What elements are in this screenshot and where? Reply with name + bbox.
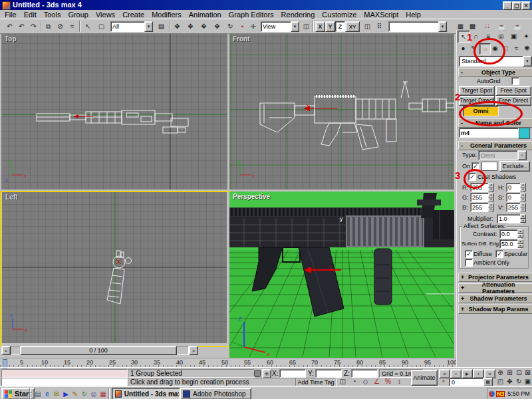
mail-icon[interactable]: ✉ bbox=[52, 389, 61, 398]
select-and-move-icon[interactable]: ✥ bbox=[198, 21, 209, 32]
select-object-icon[interactable]: ↖ bbox=[82, 21, 94, 32]
browser-icon[interactable]: e bbox=[43, 389, 52, 398]
restrict-xy-button[interactable]: XY bbox=[345, 21, 360, 32]
pan-icon[interactable]: ✥ bbox=[505, 377, 514, 386]
previous-frame-button[interactable]: ‹ bbox=[450, 369, 462, 378]
ambient-only-checkbox[interactable] bbox=[465, 259, 473, 267]
menu-help[interactable]: Help bbox=[406, 11, 421, 19]
select-and-rotate-icon[interactable]: ↻ bbox=[225, 21, 236, 32]
menu-rendering[interactable]: Rendering bbox=[281, 11, 315, 19]
multiplier-field[interactable]: 1.0 bbox=[497, 214, 523, 223]
on-checkbox[interactable]: ✓ bbox=[471, 162, 479, 170]
zoom-extents-icon[interactable]: ⊡ bbox=[515, 368, 523, 377]
light-type-dropdown[interactable]: Standard bbox=[459, 56, 525, 66]
tab-utilities[interactable]: ✦ bbox=[521, 31, 532, 42]
s-spinner[interactable]: ▲▼ bbox=[520, 193, 526, 201]
abs-offset-toggle-icon[interactable]: ✛ bbox=[262, 369, 271, 378]
object-name-field[interactable]: m4 bbox=[459, 128, 519, 138]
menu-customize[interactable]: Customize bbox=[322, 11, 356, 19]
restrict-z-button[interactable]: Z bbox=[335, 21, 345, 32]
g-spinner[interactable]: ▲▼ bbox=[488, 193, 494, 201]
zonealarm-tray-icon[interactable]: ZA bbox=[496, 391, 505, 397]
selection-lock-icon[interactable] bbox=[254, 370, 261, 377]
next-frame-button[interactable]: › bbox=[473, 369, 484, 378]
select-and-scale-icon[interactable]: ▪ bbox=[237, 21, 248, 32]
menu-modifiers[interactable]: Modifiers bbox=[152, 11, 182, 19]
task-photoshop[interactable]: Adobe Photoshop bbox=[180, 388, 251, 399]
light-color-swatch[interactable] bbox=[481, 162, 497, 171]
zoom-all-icon[interactable]: ⊞ bbox=[505, 368, 514, 377]
free-spot-button[interactable]: Free Spot bbox=[495, 86, 531, 96]
time-slider-prev-button[interactable]: < bbox=[1, 346, 11, 355]
contrast-spinner[interactable]: ▲▼ bbox=[517, 229, 523, 238]
undo-icon[interactable]: ↶ bbox=[4, 21, 15, 32]
rollout-projector-parameters[interactable]: +Projector Parameters bbox=[458, 273, 532, 282]
tab-hierarchy[interactable]: ≡ bbox=[483, 31, 494, 42]
unlink-icon[interactable]: ⊘ bbox=[55, 21, 66, 32]
track-bar[interactable]: 5 10 15 20 25 30 35 40 45 50 55 60 65 70… bbox=[0, 358, 456, 368]
menu-animation[interactable]: Animation bbox=[189, 11, 221, 19]
rollout-general-parameters[interactable]: -General Parameters bbox=[458, 141, 532, 150]
named-selection-dropdown[interactable] bbox=[388, 21, 439, 32]
snap-toggle-icon[interactable]: ◇ bbox=[360, 376, 370, 386]
arc-rotate-icon[interactable]: ↻ bbox=[515, 377, 523, 386]
menu-group[interactable]: Group bbox=[68, 11, 88, 19]
category-lights-icon[interactable]: ☼ bbox=[479, 43, 491, 55]
viewport-front[interactable]: y x Front bbox=[229, 34, 454, 190]
chevron-down-icon[interactable]: ▼ bbox=[291, 21, 299, 32]
array-icon[interactable]: ⠿ bbox=[374, 21, 385, 32]
min-max-toggle-icon[interactable]: ▣ bbox=[523, 377, 532, 386]
category-systems-icon[interactable]: ✱ bbox=[522, 43, 532, 53]
zoom-icon[interactable]: ⊕ bbox=[496, 368, 505, 377]
restrict-y-button[interactable]: Y bbox=[325, 21, 335, 32]
select-and-move-icon[interactable]: ✥ bbox=[185, 21, 196, 32]
manipulate-icon[interactable]: ✛ bbox=[247, 21, 259, 32]
mirror-icon[interactable]: ◫ bbox=[362, 21, 373, 32]
restrict-x-button[interactable]: X bbox=[315, 21, 325, 32]
viewport-top[interactable]: y x z Top bbox=[1, 34, 227, 190]
rollout-object-type[interactable]: -Object Type bbox=[458, 68, 532, 77]
redo-icon[interactable]: ↷ bbox=[28, 21, 39, 32]
rollout-attenuation-parameters[interactable]: +Attenuation Parameters bbox=[458, 283, 532, 293]
menu-edit[interactable]: Edit bbox=[24, 11, 37, 19]
target-direct-button[interactable]: Target Direct bbox=[459, 96, 495, 106]
menu-maxscript[interactable]: MAXScript bbox=[364, 11, 398, 19]
chevron-down-icon[interactable]: ▼ bbox=[438, 21, 447, 32]
omni-button[interactable]: Omni bbox=[463, 106, 499, 116]
use-pivot-icon[interactable]: ◫ bbox=[301, 21, 312, 32]
tab-display[interactable]: ▣ bbox=[508, 31, 519, 42]
selection-filter-dropdown[interactable]: All bbox=[110, 21, 146, 32]
cast-shadows-checkbox[interactable]: ✓ bbox=[468, 173, 476, 181]
b-spinner[interactable]: ▲▼ bbox=[488, 203, 494, 211]
files-icon[interactable]: ▦ bbox=[98, 389, 108, 398]
menu-graph-editors[interactable]: Graph Editors bbox=[229, 11, 274, 19]
category-helpers-icon[interactable]: □ bbox=[501, 43, 511, 53]
degradation-override-icon[interactable]: ◔ bbox=[349, 376, 359, 386]
exclude-button[interactable]: Exclude.. bbox=[499, 161, 530, 172]
link-icon[interactable]: ⧉ bbox=[43, 21, 54, 32]
animate-button[interactable]: Animate bbox=[411, 370, 438, 386]
multiplier-spinner[interactable]: ▲▼ bbox=[520, 214, 526, 223]
autogrid-checkbox[interactable] bbox=[511, 77, 519, 85]
viewport-left-active[interactable]: z x Left bbox=[1, 191, 231, 347]
select-and-move-icon[interactable]: ✥ bbox=[211, 21, 223, 32]
region-zoom-icon[interactable]: ◰ bbox=[496, 377, 505, 386]
reference-coordsys-dropdown[interactable]: View bbox=[261, 21, 293, 32]
play-button[interactable]: ► bbox=[462, 369, 473, 378]
selection-region-icon[interactable]: ▢ bbox=[96, 21, 107, 32]
category-geometry-icon[interactable]: ● bbox=[458, 43, 468, 53]
menu-file[interactable]: File bbox=[5, 11, 17, 19]
specular-checkbox[interactable]: ✓ bbox=[495, 250, 503, 258]
angle-snap-icon[interactable]: ∠ bbox=[372, 376, 382, 386]
free-direct-button[interactable]: Free Direct bbox=[495, 96, 531, 106]
category-spacewarps-icon[interactable]: ≈ bbox=[511, 43, 521, 53]
viewport-label-top[interactable]: Top bbox=[5, 35, 17, 43]
task-3dsmax[interactable]: Untitled - 3ds max 4 bbox=[112, 388, 182, 399]
soften-spinner[interactable]: ▲▼ bbox=[517, 239, 523, 248]
tab-motion[interactable]: ◎ bbox=[495, 31, 507, 42]
chevron-down-icon[interactable]: ▼ bbox=[523, 56, 532, 66]
select-and-move-icon[interactable]: ✥ bbox=[172, 21, 183, 32]
menu-tools[interactable]: Tools bbox=[44, 11, 61, 19]
close-button[interactable]: ✕ bbox=[521, 1, 531, 10]
go-to-end-button[interactable]: » bbox=[484, 369, 495, 378]
